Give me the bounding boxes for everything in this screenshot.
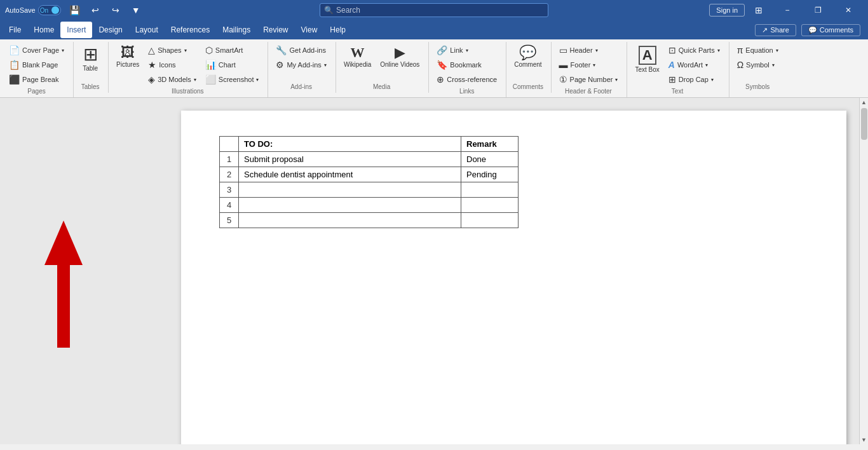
sign-in-button[interactable]: Sign in [709, 4, 745, 17]
search-input[interactable] [336, 6, 544, 15]
ribbon-group-comments: 💬 Comment Comments [508, 42, 551, 93]
blank-page-button[interactable]: 📋 Blank Page [5, 58, 68, 72]
tables-group-label: Tables [78, 82, 103, 90]
link-dropdown: ▾ [466, 48, 468, 53]
illustrations-group-label: Illustrations [112, 86, 262, 95]
scroll-thumb[interactable] [861, 108, 867, 140]
search-area[interactable]: 🔍 [320, 3, 548, 17]
comments-button[interactable]: 💬 Comments [801, 24, 860, 36]
header-footer-group-label: Header & Footer [555, 86, 622, 95]
header-button[interactable]: ▭ Header ▾ [555, 43, 622, 57]
symbols-small-group: π Equation ▾ Ω Symbol ▾ [733, 43, 782, 72]
pictures-button[interactable]: 🖼 Pictures [112, 43, 143, 71]
online-videos-button[interactable]: ▶ Online Videos [376, 43, 423, 71]
media-group-content: W Wikipedia ▶ Online Videos [340, 43, 423, 82]
menu-file[interactable]: File [3, 22, 27, 38]
illustrations-small-group: △ Shapes ▾ ★ Icons ◈ 3D Models ▾ [144, 43, 200, 86]
svg-marker-0 [44, 221, 83, 348]
row-remark[interactable]: Pending [461, 167, 519, 182]
cover-page-button[interactable]: 📄 Cover Page ▾ [5, 43, 68, 57]
wikipedia-button[interactable]: W Wikipedia [340, 43, 375, 71]
comments-icon: 💬 [808, 26, 817, 34]
close-button[interactable]: ✕ [834, 0, 863, 20]
undo-icon[interactable]: ↩ [86, 1, 104, 19]
layout-icon[interactable]: ⊞ [750, 1, 768, 19]
icons-button[interactable]: ★ Icons [144, 58, 200, 72]
row-todo[interactable] [239, 198, 461, 213]
scroll-up-arrow[interactable]: ▲ [860, 98, 869, 107]
minimize-button[interactable]: − [773, 0, 802, 20]
3d-models-icon: ◈ [148, 74, 155, 85]
text-box-button[interactable]: A Text Box [631, 43, 663, 76]
links-group-content: 🔗 Link ▾ 🔖 Bookmark ⊕ Cross-reference [433, 43, 501, 86]
footer-button[interactable]: ▬ Footer ▾ [555, 58, 622, 72]
share-icon: ↗ [762, 26, 768, 34]
scroll-down-arrow[interactable]: ▼ [860, 435, 869, 444]
menu-view[interactable]: View [295, 22, 324, 38]
equation-button[interactable]: π Equation ▾ [733, 43, 782, 57]
row-remark[interactable] [461, 198, 519, 213]
smartart-button[interactable]: ⬡ SmartArt [201, 43, 263, 57]
symbol-button[interactable]: Ω Symbol ▾ [733, 58, 782, 72]
autosave-area: AutoSave On [5, 5, 61, 15]
my-addins-dropdown: ▾ [324, 62, 327, 68]
quick-parts-icon: ⊡ [668, 45, 676, 55]
my-addins-button[interactable]: ⚙ My Add-ins ▾ [272, 58, 330, 72]
save-icon[interactable]: 💾 [66, 1, 84, 19]
autosave-toggle[interactable]: On [38, 5, 61, 15]
chart-button[interactable]: 📊 Chart [201, 58, 263, 72]
wordart-button[interactable]: A WordArt ▾ [665, 58, 724, 72]
title-bar: AutoSave On 💾 ↩ ↪ ▼ Document2 - Word Sig… [0, 0, 868, 20]
redo-icon[interactable]: ↪ [107, 1, 125, 19]
table-row: 1 Submit proposal Done [220, 152, 519, 167]
menu-review[interactable]: Review [257, 22, 294, 38]
menu-home[interactable]: Home [27, 22, 60, 38]
my-addins-icon: ⚙ [276, 60, 284, 70]
bookmark-button[interactable]: 🔖 Bookmark [433, 58, 501, 72]
dropcap-button[interactable]: ⊞ Drop Cap ▾ [665, 72, 724, 86]
cross-reference-icon: ⊕ [437, 74, 444, 85]
title-bar-icons: 💾 ↩ ↪ ▼ [66, 1, 145, 19]
page-break-button[interactable]: ⬛ Page Break [5, 72, 68, 86]
menu-references[interactable]: References [165, 22, 216, 38]
addins-group-label: Add-ins [272, 82, 330, 90]
more-icon[interactable]: ▼ [127, 1, 145, 19]
ribbon-group-pages: 📄 Cover Page ▾ 📋 Blank Page ⬛ Page Break… [3, 42, 74, 97]
table-button[interactable]: ⊞ Table [78, 43, 103, 74]
menu-help[interactable]: Help [323, 22, 352, 38]
restore-button[interactable]: ❐ [803, 0, 832, 20]
symbol-dropdown: ▾ [772, 62, 775, 68]
row-todo[interactable]: Schedule dentist appointment [239, 167, 461, 182]
link-button[interactable]: 🔗 Link ▾ [433, 43, 501, 57]
header-footer-group-content: ▭ Header ▾ ▬ Footer ▾ ① Page Number ▾ [555, 43, 622, 86]
row-remark[interactable] [461, 213, 519, 228]
quick-parts-dropdown: ▾ [717, 48, 720, 53]
comment-icon: 💬 [519, 46, 536, 60]
menu-design[interactable]: Design [92, 22, 128, 38]
table-row: 4 [220, 198, 519, 213]
share-button[interactable]: ↗ Share [755, 24, 796, 36]
red-arrow [32, 214, 95, 356]
dropcap-dropdown: ▾ [711, 77, 714, 83]
comment-button[interactable]: 💬 Comment [510, 43, 545, 71]
shapes-button[interactable]: △ Shapes ▾ [144, 43, 200, 57]
menu-layout[interactable]: Layout [129, 22, 165, 38]
row-remark[interactable]: Done [461, 152, 519, 167]
row-number: 2 [220, 167, 239, 182]
cross-reference-button[interactable]: ⊕ Cross-reference [433, 72, 501, 86]
menu-mailings[interactable]: Mailings [216, 22, 257, 38]
ribbon-group-addins: 🔧 Get Add-ins ⚙ My Add-ins ▾ Add-ins [269, 42, 336, 93]
quick-parts-button[interactable]: ⊡ Quick Parts ▾ [665, 43, 724, 57]
row-todo[interactable]: Submit proposal [239, 152, 461, 167]
todo-table: TO DO: Remark 1 Submit proposal Done 2 S… [219, 136, 519, 228]
row-todo[interactable] [239, 213, 461, 228]
3d-models-button[interactable]: ◈ 3D Models ▾ [144, 72, 200, 86]
shapes-dropdown: ▾ [184, 48, 187, 53]
link-icon: 🔗 [437, 45, 447, 55]
row-remark[interactable] [461, 182, 519, 198]
get-addins-button[interactable]: 🔧 Get Add-ins [272, 43, 330, 57]
row-todo[interactable] [239, 182, 461, 198]
page-number-button[interactable]: ① Page Number ▾ [555, 72, 622, 86]
menu-insert[interactable]: Insert [60, 22, 92, 38]
screenshot-button[interactable]: ⬜ Screenshot ▾ [201, 72, 263, 86]
